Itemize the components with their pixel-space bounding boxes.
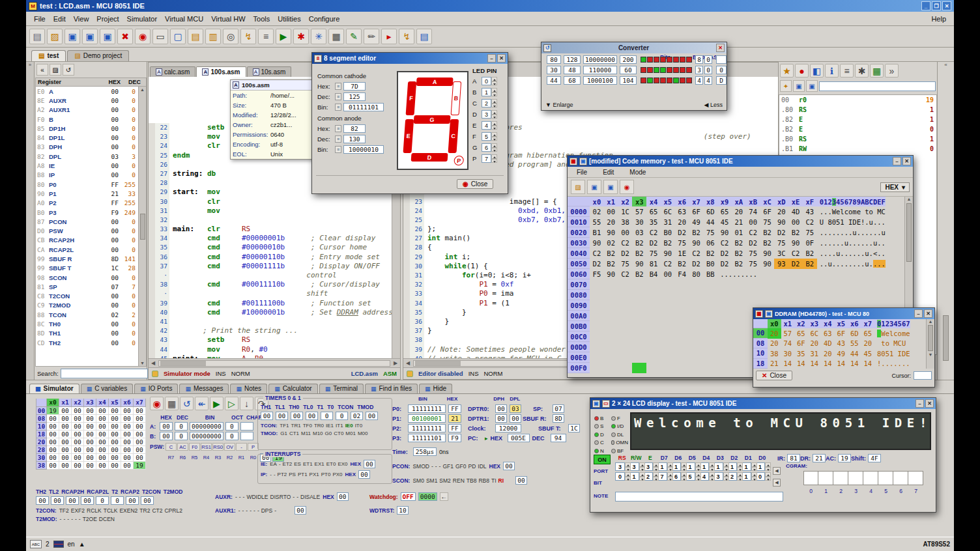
hex-cell[interactable]: 6C — [661, 206, 675, 217]
register-row[interactable]: 8C TH0 00 0 — [36, 319, 138, 328]
memory-cell[interactable]: 19 — [134, 462, 146, 470]
timer2-value[interactable]: 00 — [126, 496, 139, 505]
minimize-button[interactable]: – — [893, 157, 901, 165]
bit-toggle[interactable]: CT0 — [334, 431, 343, 436]
port-spinbox[interactable]: 3 — [615, 462, 631, 471]
animate-icon[interactable]: ▷ — [225, 397, 238, 410]
close-button[interactable]: ✕ — [942, 1, 951, 10]
menu-item[interactable]: View — [70, 14, 93, 24]
code-line[interactable]: 40 cmd #10000001b ; Set DDRAM address — [149, 308, 400, 317]
step-icon[interactable]: ↓ — [240, 397, 253, 410]
bit-toggle[interactable]: - — [274, 472, 276, 477]
hex-cell[interactable]: 90 — [760, 259, 775, 269]
ascii-input[interactable] — [716, 55, 727, 64]
hex-cell[interactable]: 74 — [746, 206, 760, 217]
bit-toggle[interactable]: M10 — [313, 431, 323, 436]
register-row[interactable]: 85 DP1H 00 0 — [36, 124, 138, 133]
gutter-mark[interactable] — [149, 326, 155, 335]
memory-cell[interactable]: 00 — [47, 423, 59, 431]
bit-toggle[interactable]: - — [439, 463, 441, 470]
code-line[interactable]: 36 cmd #00000110b ; Entry mode set — [149, 253, 400, 262]
bin-input[interactable]: 110000 — [583, 66, 617, 74]
bit-toggle[interactable]: TCLK — [104, 507, 118, 514]
hex-cell[interactable]: B2 — [803, 259, 817, 269]
bit-toggle[interactable]: ET0 — [326, 461, 336, 467]
hex-cell[interactable]: 02 — [604, 238, 618, 248]
register-row[interactable]: E0 A 00 0 — [36, 87, 138, 96]
hex-cell[interactable]: 6C — [808, 328, 822, 339]
bit-toggle[interactable]: IT1 — [336, 423, 343, 429]
port-spinbox[interactable]: 1 — [671, 462, 687, 471]
ip-hex[interactable]: 00 — [358, 470, 370, 479]
bit-square[interactable] — [680, 57, 685, 63]
start-simulator-icon[interactable]: ▶ — [276, 29, 291, 44]
cathode-dec-input[interactable]: 125 — [343, 92, 366, 101]
memory-cell[interactable]: 00 — [96, 423, 109, 431]
code-line[interactable]: 44 mov R0, #0 — [149, 345, 400, 354]
memory-cell[interactable]: 00 — [96, 454, 109, 462]
timer2-value[interactable]: 00 — [81, 496, 94, 505]
hex-cell[interactable]: 30 — [781, 348, 795, 359]
bit-square[interactable] — [667, 67, 672, 73]
bit-toggle[interactable]: RB8 — [478, 477, 489, 484]
gutter-mark[interactable] — [149, 234, 155, 243]
gutter-mark[interactable] — [403, 280, 410, 289]
hex-cell[interactable] — [604, 363, 618, 373]
memory-cell[interactable]: 00 — [59, 415, 72, 423]
hex-cell[interactable]: 20 — [808, 339, 822, 349]
hex-cell[interactable]: 30 — [632, 217, 646, 227]
memory-cell[interactable]: 00 — [72, 454, 84, 462]
pin-spinbox[interactable]: 6 — [482, 143, 497, 152]
bit-toggle[interactable]: - — [250, 507, 252, 514]
bottom-tab[interactable]: ▦Hide — [419, 384, 452, 393]
register-row[interactable]: 83 DPH 00 0 — [36, 143, 138, 152]
code-line[interactable]: 37 cmd #00001111b ; Display ON/OFF — [149, 262, 400, 271]
psw-bit[interactable]: OV — [224, 443, 235, 451]
hex-cell[interactable]: 00 — [618, 227, 633, 238]
gutter-mark[interactable] — [149, 178, 155, 188]
register-row[interactable]: C8 T2CON 00 0 — [36, 292, 138, 301]
save-as-icon[interactable]: ▣ — [603, 180, 618, 194]
memory-cell[interactable]: 00 — [84, 415, 96, 423]
window-icon[interactable]: ▢ — [170, 29, 186, 44]
memory-cell[interactable]: 00 — [121, 438, 134, 446]
register-row[interactable]: 98 SCON 00 0 — [36, 273, 138, 282]
register-value[interactable]: 00 — [160, 432, 173, 440]
bottom-tab[interactable]: ▦Notes — [230, 384, 267, 393]
timer-value[interactable]: 00 — [366, 412, 378, 420]
register-row[interactable]: 8D TH1 00 0 — [36, 329, 138, 338]
hex-cell[interactable]: 90 — [661, 248, 675, 259]
hex-cell[interactable]: 00 — [746, 217, 760, 227]
hex-cell[interactable]: 20 — [768, 339, 781, 349]
timer-value[interactable]: 00 — [291, 412, 303, 420]
hex-cell[interactable]: 4D — [788, 206, 803, 217]
bit-spinbox[interactable]: 1 — [742, 472, 757, 481]
hex-cell[interactable]: 90 — [774, 217, 788, 227]
port-spinbox[interactable]: 1 — [699, 462, 715, 471]
memory-cell[interactable]: 00 — [121, 446, 134, 454]
bottom-tab[interactable]: ▦Simulator — [29, 384, 79, 393]
bit-square[interactable] — [686, 78, 692, 83]
hex-cell[interactable]: 55 — [848, 339, 861, 349]
timer2-value[interactable]: 0 — [96, 496, 109, 505]
memory-cell[interactable]: 00 — [96, 462, 109, 470]
register-row[interactable]: B8 IP 00 0 — [36, 171, 138, 180]
hex-cell[interactable]: 14 — [835, 359, 848, 369]
bit-toggle[interactable]: DISALE — [300, 494, 320, 500]
bit-toggle[interactable]: EXEN2 — [119, 507, 137, 514]
register-row[interactable]: 80 P0 FF 255 — [36, 180, 138, 189]
hex-cell[interactable]: B2 — [732, 248, 746, 259]
clock-value[interactable]: 12000 — [495, 424, 521, 432]
menu-item[interactable]: Utilities — [274, 14, 304, 24]
editor-tab[interactable]: Acalc.asm — [150, 66, 195, 77]
minimize-button[interactable]: – — [915, 399, 924, 408]
bit-square[interactable] — [660, 67, 666, 73]
timer2-value[interactable]: 0 — [111, 496, 124, 505]
code-line[interactable]: 39 cmd #00111100b ; Function set — [149, 299, 400, 308]
cgram-cell[interactable] — [908, 471, 923, 485]
run-icon[interactable]: ▶ — [210, 397, 223, 410]
close-dialog-button[interactable]: ◉Close — [457, 179, 493, 189]
memory-cell[interactable]: 00 — [109, 407, 121, 415]
gutter-mark[interactable] — [149, 345, 155, 354]
hex-cell[interactable]: 63 — [675, 206, 689, 217]
